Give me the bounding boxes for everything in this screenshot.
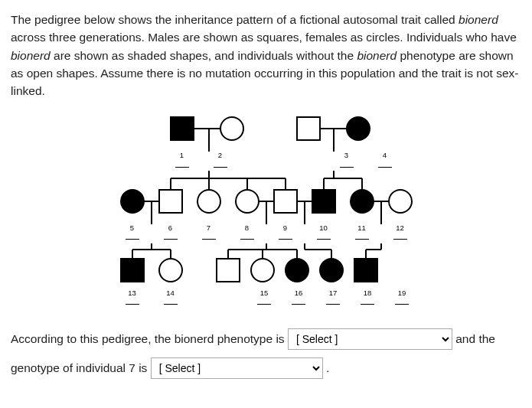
individual-6-square-unaffected xyxy=(159,190,182,213)
trait-name-2: bionerd xyxy=(11,49,51,62)
individual-11-circle-affected xyxy=(351,190,374,213)
label-4: 4 xyxy=(366,152,404,159)
individual-7-circle-unaffected xyxy=(197,190,220,213)
pedigree-diagram: 1 2 3 4 xyxy=(11,113,521,308)
trait-name-q: bionerd xyxy=(175,332,214,345)
label-2: 2 xyxy=(201,152,240,159)
trait-name-1: bionerd xyxy=(459,13,498,26)
label-9: 9 xyxy=(266,224,305,232)
label-3: 3 xyxy=(328,152,366,159)
individual-9-square-unaffected xyxy=(274,190,297,213)
individual-13-square-affected xyxy=(121,259,144,282)
prompt-text-1: The pedigree below shows the inheritance… xyxy=(11,13,459,26)
individual-19-square-affected xyxy=(354,259,377,282)
individual-8-circle-unaffected xyxy=(236,190,259,213)
q-text-1: According to this pedigree, the xyxy=(11,332,175,345)
individual-3-square-unaffected xyxy=(297,117,320,140)
individual-2-circle-unaffected xyxy=(220,117,243,140)
label-6: 6 xyxy=(152,224,190,232)
prompt-text-3: are shown as shaded shapes, and individu… xyxy=(51,49,357,62)
individual-17-circle-affected xyxy=(286,259,308,282)
label-10: 10 xyxy=(305,224,343,232)
label-11: 11 xyxy=(343,224,381,232)
gen2-svg xyxy=(98,171,435,224)
label-17: 17 xyxy=(316,289,351,297)
individual-5-circle-affected xyxy=(121,190,144,213)
select-phenotype[interactable]: [ Select ] xyxy=(288,328,452,350)
question-prompt: The pedigree below shows the inheritance… xyxy=(11,11,521,100)
label-18: 18 xyxy=(351,289,385,297)
q-text-3: genotype of individual 7 is xyxy=(11,361,151,374)
individual-4-circle-affected xyxy=(347,117,370,140)
q-text-and: and the xyxy=(455,332,495,345)
prompt-text-2: across three generations. Males are show… xyxy=(11,31,517,44)
label-14: 14 xyxy=(152,289,190,297)
individual-14-circle-unaffected xyxy=(159,259,182,282)
label-8: 8 xyxy=(228,224,266,232)
gen1-svg xyxy=(98,113,435,152)
label-16: 16 xyxy=(282,289,316,297)
label-19: 19 xyxy=(385,289,419,297)
trait-name-3: bionerd xyxy=(357,49,397,62)
gen3-svg xyxy=(98,243,435,289)
answer-sentence: According to this pedigree, the bionerd … xyxy=(11,325,521,381)
individual-1-square-affected xyxy=(171,117,194,140)
label-12: 12 xyxy=(381,224,419,232)
label-5: 5 xyxy=(113,224,152,232)
q-text-2: phenotype is xyxy=(214,332,288,345)
individual-15-square-unaffected xyxy=(217,259,240,282)
individual-16-circle-unaffected xyxy=(251,259,274,282)
individual-12-circle-unaffected xyxy=(389,190,412,213)
individual-10-square-affected xyxy=(312,190,335,213)
label-7: 7 xyxy=(190,224,228,232)
individual-18-circle-affected xyxy=(320,259,343,282)
label-13: 13 xyxy=(113,289,152,297)
select-genotype-7[interactable]: [ Select ] xyxy=(151,357,323,379)
label-1: 1 xyxy=(163,152,201,159)
q-period: . xyxy=(326,361,329,374)
label-15: 15 xyxy=(247,289,282,297)
